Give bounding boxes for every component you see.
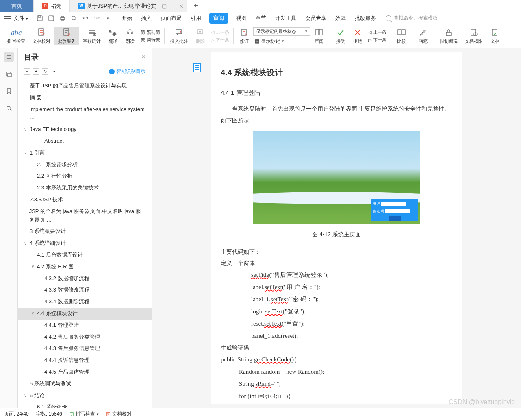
toc-item[interactable]: 4.4.3 售后服务信息管理 bbox=[18, 343, 152, 355]
print-preview-icon[interactable] bbox=[70, 15, 78, 22]
show-mark-button[interactable]: ▤ 显示标记 ▾ bbox=[253, 37, 310, 45]
toc-collapse-button[interactable]: − bbox=[24, 68, 30, 75]
layers-rail-icon[interactable] bbox=[4, 69, 14, 79]
toc-item[interactable]: 2.2 可行性分析 bbox=[18, 170, 152, 182]
toc-item[interactable]: ∨4 系统详细设计 bbox=[18, 237, 152, 249]
toc-expand-icon[interactable]: ∨ bbox=[24, 150, 28, 156]
toc-item[interactable]: 6.1 系统评价 bbox=[18, 401, 152, 408]
menu-tab[interactable]: 开发工具 bbox=[274, 13, 297, 24]
menu-tab[interactable]: 章节 bbox=[255, 13, 267, 24]
status-spellcheck[interactable]: ☑拼写检查 ▾ bbox=[69, 411, 99, 418]
doc-perm-button[interactable]: 文档权限 bbox=[462, 27, 486, 45]
toc-item[interactable]: 4.4.4 投诉信息管理 bbox=[18, 355, 152, 366]
tab-close-icon[interactable]: ✕ bbox=[179, 3, 184, 9]
toc-item[interactable]: JSP 的全名为 java 服务器页面,中文名叫 java 服务器页 … bbox=[18, 206, 152, 226]
toc-close-icon[interactable]: ✕ bbox=[141, 54, 145, 60]
toc-item[interactable]: ∨1 引言 bbox=[18, 147, 152, 159]
toc-item[interactable]: 4.3.2 数据增加流程 bbox=[18, 273, 152, 285]
toc-item[interactable]: ∨6 结论 bbox=[18, 390, 152, 402]
doc-auth-button[interactable]: 文档 bbox=[487, 27, 503, 45]
menu-tab[interactable]: 视图 bbox=[235, 13, 247, 24]
toc-item[interactable]: ∨Java EE technology bbox=[18, 124, 152, 135]
menu-tab[interactable]: 页面布局 bbox=[160, 13, 182, 24]
file-menu[interactable]: 文件 ▾ bbox=[14, 15, 28, 22]
menu-tab[interactable]: 审阅 bbox=[209, 13, 228, 24]
toc-expand-icon[interactable]: ∨ bbox=[24, 240, 28, 247]
menu-tab[interactable]: 效率 bbox=[334, 13, 347, 24]
tab-docer[interactable]: D 稻壳 bbox=[34, 0, 70, 12]
document-area[interactable]: 4.4 系统模块设计 4.4.1 管理登陆 当系统登陆时，首先出现的是一个用户登… bbox=[152, 48, 521, 408]
tab-home[interactable]: 首页 bbox=[0, 0, 34, 12]
toc-item[interactable]: ∨4.2 系统 E-R 图 bbox=[18, 261, 152, 273]
toc-item[interactable]: 基于 JSP 的产品售后管理系统设计与实现 bbox=[18, 80, 152, 92]
prev-change-button[interactable]: ◁ 上一条 bbox=[367, 29, 388, 36]
reject-button[interactable]: 拒绝 bbox=[350, 27, 366, 45]
menu-icon[interactable] bbox=[4, 16, 11, 20]
track-changes-button[interactable]: 修订 bbox=[236, 27, 252, 45]
toc-item[interactable]: 4.4.2 售后服务分类管理 bbox=[18, 331, 152, 343]
menu-tab[interactable]: 批改服务 bbox=[354, 13, 377, 24]
toc-expand-button[interactable]: + bbox=[33, 68, 39, 75]
pen-button[interactable]: 画笔 bbox=[415, 27, 431, 45]
menu-tab[interactable]: 插入 bbox=[140, 13, 152, 24]
status-words[interactable]: 字数: 15846 bbox=[36, 411, 62, 418]
status-page[interactable]: 页面: 24/40 bbox=[4, 411, 29, 418]
toc-item[interactable]: 4.3.4 数据删除流程 bbox=[18, 296, 152, 308]
toc-item[interactable]: Implement the product after-sales servic… bbox=[18, 104, 152, 124]
accept-button[interactable]: 接受 bbox=[332, 27, 349, 45]
undo-icon[interactable]: ↶ ▾ bbox=[82, 15, 89, 22]
s2t-button[interactable]: 简 繁转简 bbox=[139, 29, 162, 36]
mark-service-button[interactable]: 批改服务 bbox=[54, 27, 79, 45]
smart-toc-button[interactable]: 智能识别目录 bbox=[109, 68, 145, 75]
redo-icon[interactable]: ↷ ▾ bbox=[93, 15, 100, 22]
toc-update-button[interactable]: ↻ bbox=[42, 68, 48, 75]
tab-document[interactable]: W 基于JSP的产…实现 毕业论文 ▢ ✕ bbox=[70, 0, 187, 12]
restrict-edit-button[interactable]: 限制编辑 bbox=[436, 27, 461, 45]
toc-expand-icon[interactable]: ∨ bbox=[24, 126, 28, 133]
review-pane-button[interactable]: 审阅 bbox=[311, 27, 327, 45]
track-display-dropdown[interactable]: 显示标记的最终状态 ▾ bbox=[253, 27, 310, 36]
menu-tab[interactable]: 引用 bbox=[190, 13, 202, 24]
translate-button[interactable]: a字 翻译 bbox=[105, 27, 121, 45]
doc-check-button[interactable]: 文档校对 bbox=[29, 27, 54, 45]
status-proof[interactable]: ☒文档校对 bbox=[106, 411, 132, 418]
save-as-icon[interactable] bbox=[48, 15, 55, 22]
toc-item[interactable]: 4.4.1 管理登陆 bbox=[18, 320, 152, 331]
search-rail-icon[interactable] bbox=[4, 103, 14, 113]
toc-item[interactable]: 3 系统概要设计 bbox=[18, 226, 152, 237]
toc-item[interactable]: 摘 要 bbox=[18, 92, 152, 104]
toc-item[interactable]: 2.3.3JSP 技术 bbox=[18, 194, 152, 206]
read-button[interactable]: 朗读 bbox=[122, 27, 138, 45]
page-marker-icon[interactable] bbox=[193, 63, 201, 72]
toc-item[interactable]: 5 系统调试与测试 bbox=[18, 378, 152, 390]
toc-item[interactable]: 2.1 系统需求分析 bbox=[18, 159, 152, 171]
insert-comment-button[interactable]: 插入批注 bbox=[167, 27, 191, 45]
menu-tab[interactable]: 开始 bbox=[121, 13, 133, 24]
print-icon[interactable] bbox=[59, 15, 66, 22]
word-count-button[interactable]: 123 字数统计 bbox=[80, 27, 104, 45]
next-change-button[interactable]: ▷ 下一条 bbox=[367, 37, 388, 44]
save-icon[interactable] bbox=[36, 15, 43, 22]
bookmark-rail-icon[interactable] bbox=[4, 86, 14, 96]
toc-item[interactable]: Abstract bbox=[18, 135, 152, 147]
t2s-button[interactable]: 繁 简转繁 bbox=[139, 37, 162, 44]
toc-item[interactable]: 4.1 后台数据库设计 bbox=[18, 249, 152, 261]
search-box[interactable]: 查找命令、搜索模板 bbox=[386, 15, 438, 22]
tab-add-button[interactable]: + bbox=[187, 0, 204, 12]
spellcheck-button[interactable]: abc 拼写检查 bbox=[4, 27, 28, 45]
delete-button[interactable]: 删除 bbox=[192, 27, 208, 45]
toc-rail-icon[interactable] bbox=[4, 52, 14, 62]
tab-window-icon[interactable]: ▢ bbox=[162, 3, 167, 9]
toc-expand-icon[interactable]: ∨ bbox=[31, 310, 35, 317]
toc-item[interactable]: 4.3.3 数据修改流程 bbox=[18, 284, 152, 296]
next-comment-button[interactable]: ▷ 下一条 bbox=[209, 37, 231, 44]
toc-expand-icon[interactable]: ∨ bbox=[31, 263, 35, 270]
toc-more-button[interactable]: ▾ bbox=[51, 68, 57, 75]
toc-item[interactable]: ∨4.4 系统模块设计 bbox=[18, 308, 152, 320]
toc-item[interactable]: 4.4.5 产品回访管理 bbox=[18, 366, 152, 378]
toc-item[interactable]: 2.3 本系统采用的关键技术 bbox=[18, 182, 152, 194]
qat-dropdown-icon[interactable]: ▾ bbox=[104, 15, 112, 22]
menu-tab[interactable]: 会员专享 bbox=[304, 13, 327, 24]
compare-button[interactable]: 比较 bbox=[393, 27, 410, 45]
prev-comment-button[interactable]: ◁ 上一条 bbox=[209, 29, 231, 36]
